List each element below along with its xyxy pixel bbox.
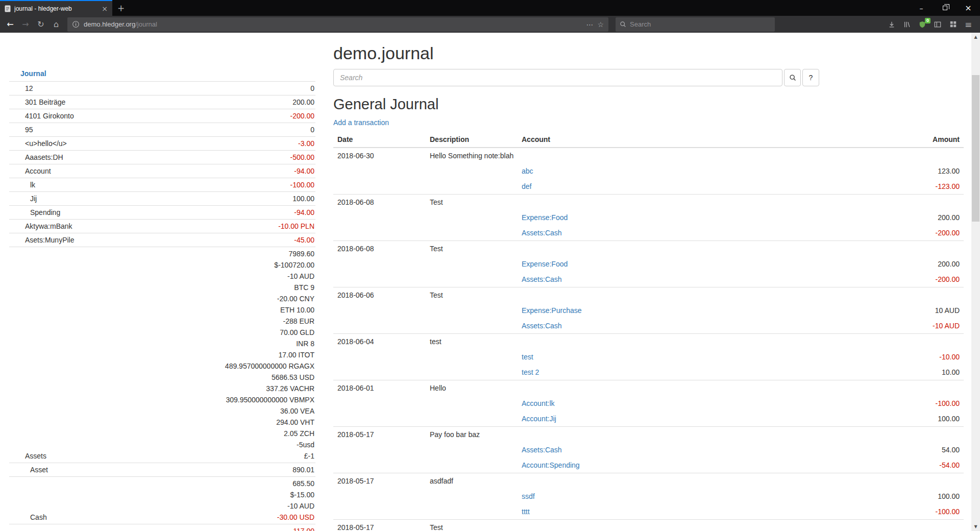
posting-account-link[interactable]: Account:lk	[522, 399, 555, 407]
posting-amount: 10 AUD	[846, 303, 964, 318]
window-minimize-button[interactable]: –	[910, 0, 933, 16]
back-button[interactable]: ←	[3, 17, 17, 32]
download-icon[interactable]	[884, 17, 899, 32]
posting-account-link[interactable]: test	[522, 353, 533, 361]
sidebar-account-name: Cash	[9, 512, 47, 523]
sidebar-account-link[interactable]: Account	[25, 167, 51, 175]
sidebar-account-link[interactable]: 4101 Girokonto	[25, 112, 74, 120]
journal-search-input[interactable]	[333, 69, 782, 86]
sidebar-account-link[interactable]: Spending	[30, 208, 60, 216]
sidebar-account-link[interactable]: 12	[25, 84, 33, 92]
sidebar-toggle-icon[interactable]	[930, 17, 945, 32]
posting-account-link[interactable]: ssdf	[522, 492, 535, 500]
sidebar-account-link[interactable]: Aaasets:DH	[25, 153, 63, 161]
window-close-button[interactable]: ×	[957, 0, 980, 16]
sidebar-account-link[interactable]: Asset	[30, 466, 48, 474]
bookmark-star-icon[interactable]: ☆	[597, 20, 604, 29]
posting-row: def-123.00	[333, 179, 964, 195]
add-transaction-link[interactable]: Add a transaction	[333, 118, 389, 127]
sidebar-account-name: 4101 Girokonto	[9, 110, 74, 122]
sidebar-account-name: Spending	[9, 207, 60, 218]
tab-close-icon[interactable]: ×	[102, 5, 108, 12]
toolbar-icons: 0 ≡	[884, 17, 976, 32]
posting-account-link[interactable]: Account:Spending	[522, 461, 580, 469]
sidebar-account-link[interactable]: Cash	[30, 513, 47, 521]
sidebar-account-link[interactable]: 95	[25, 126, 33, 134]
restore-icon	[943, 6, 947, 10]
sidebar-account-link[interactable]: lk	[30, 181, 35, 189]
balance-amount: -20.00 CNY	[46, 293, 314, 304]
new-tab-button[interactable]: +	[112, 0, 130, 16]
sidebar-account-balance: 7989.60$-100720.00-10 AUDBTC 9-20.00 CNY…	[46, 248, 314, 462]
site-info-icon[interactable]	[72, 20, 80, 28]
home-button[interactable]: ⌂	[49, 17, 63, 32]
window-restore-button[interactable]	[933, 0, 957, 16]
scrollbar-up-arrow[interactable]: ▲	[971, 33, 980, 41]
balance-amount: 0	[33, 124, 314, 135]
page-scrollbar[interactable]: ▲ ▼	[971, 33, 980, 531]
balance-amount: 337.26 VACHR	[46, 383, 314, 394]
posting-account-link[interactable]: Expense:Food	[522, 260, 568, 268]
sidebar-account-balance: -100.00	[35, 179, 314, 190]
transaction-row: 2018-06-30Hello Something note:blah	[333, 148, 964, 163]
posting-row: Account:Jij100.00	[333, 411, 964, 427]
grid-icon[interactable]	[945, 17, 961, 32]
sidebar-account-balance: 0	[33, 124, 314, 135]
search-submit-button[interactable]	[784, 69, 801, 86]
posting-account-link[interactable]: abc	[522, 167, 533, 175]
sidebar-account-link[interactable]: Aktywa:mBank	[25, 222, 72, 230]
scrollbar-down-arrow[interactable]: ▼	[971, 522, 980, 531]
sidebar-account-balance: 100.00	[37, 193, 314, 204]
sidebar-account-name: Asets:MunyPile	[9, 234, 74, 246]
sidebar-account-link[interactable]: 301 Beiträge	[25, 98, 65, 106]
posting-account-link[interactable]: Expense:Food	[522, 213, 568, 222]
balance-amount: -10 AUD	[46, 271, 314, 282]
posting-account-link[interactable]: tttt	[522, 508, 530, 516]
forward-button[interactable]: →	[18, 17, 33, 32]
sidebar-account-name: Assets	[9, 450, 46, 462]
journal-header-row: DateDescriptionAccountAmount	[333, 132, 964, 148]
balance-amount: £-1	[46, 450, 314, 462]
url-domain: demo.hledger.org	[84, 20, 135, 28]
scrollbar-thumb[interactable]	[972, 75, 979, 222]
posting-account-link[interactable]: Assets:Cash	[522, 446, 562, 454]
posting-row: tttt-100.00	[333, 504, 964, 520]
tab-favicon-icon	[5, 5, 11, 12]
library-icon[interactable]	[899, 17, 915, 32]
balance-amount: -500.00	[63, 152, 314, 163]
sidebar-account-link[interactable]: Jij	[30, 195, 37, 203]
sidebar-account-balance: 890.01	[48, 464, 314, 475]
hamburger-menu-icon[interactable]: ≡	[961, 17, 976, 32]
sidebar-account-balance: 200.00	[65, 96, 314, 108]
reload-button[interactable]: ↻	[34, 17, 48, 32]
adblock-extension-icon[interactable]: 0	[915, 17, 930, 32]
sidebar-account-link[interactable]: Assets	[25, 452, 46, 460]
transaction-row: 2018-06-06Test	[333, 287, 964, 303]
posting-account-link[interactable]: def	[522, 182, 531, 190]
sidebar-account-link[interactable]: <u>hello</u>	[25, 139, 67, 148]
tab-strip: journal - hledger-web × + – ×	[0, 0, 980, 16]
posting-account-link[interactable]: Assets:Cash	[522, 322, 562, 330]
posting-row: test 210.00	[333, 365, 964, 380]
page-actions-icon[interactable]: ⋯	[586, 20, 593, 29]
sidebar-account-balance: -94.00	[60, 207, 314, 218]
browser-search-box[interactable]	[616, 17, 775, 32]
posting-amount: -100.00	[846, 504, 964, 520]
sidebar-journal-link[interactable]: Journal	[20, 69, 46, 78]
transaction-description: test	[426, 334, 518, 350]
balance-amount: INR 8	[46, 338, 314, 349]
posting-account-link[interactable]: Assets:Cash	[522, 229, 562, 237]
posting-account-link[interactable]: Assets:Cash	[522, 275, 562, 283]
posting-account-link[interactable]: test 2	[522, 368, 539, 376]
sidebar-account-link[interactable]: Asets:MunyPile	[25, 236, 74, 244]
url-bar[interactable]: demo.hledger.org/journal ⋯ ☆	[67, 17, 608, 32]
balance-amount: 0	[33, 83, 314, 94]
browser-tab[interactable]: journal - hledger-web ×	[0, 0, 112, 16]
balance-amount: -3.00	[67, 138, 314, 149]
transaction-date: 2018-06-01	[333, 380, 426, 396]
posting-account-link[interactable]: Expense:Purchase	[522, 306, 582, 315]
search-help-button[interactable]: ?	[802, 69, 819, 86]
browser-search-input[interactable]	[630, 20, 771, 28]
transaction-date: 2018-05-17	[333, 427, 426, 443]
posting-account-link[interactable]: Account:Jij	[522, 415, 556, 423]
